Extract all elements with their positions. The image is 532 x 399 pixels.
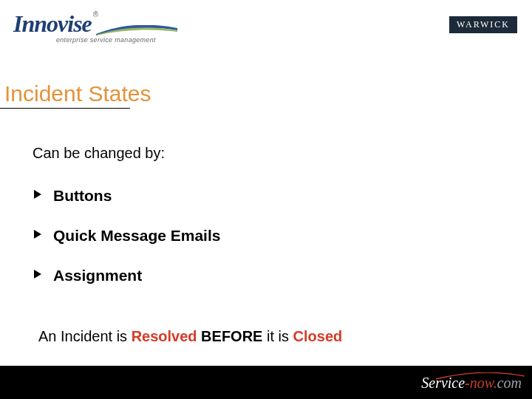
logo-part: Servi xyxy=(421,375,451,391)
servicenow-logo: Service-now.com xyxy=(421,375,522,392)
footline-before: BEFORE xyxy=(197,328,263,344)
body-content: Can be changed by: Buttons Quick Message… xyxy=(33,145,220,307)
title-row: Incident States xyxy=(0,81,532,109)
logo-part: c xyxy=(451,375,458,391)
list-item: Buttons xyxy=(53,187,220,205)
page-title: Incident States xyxy=(0,81,532,106)
slide: Innovise® enterprise service management … xyxy=(0,0,532,399)
logo-part: now xyxy=(470,375,494,391)
list-item: Assignment xyxy=(53,267,220,284)
footline-text: it is xyxy=(262,328,293,344)
footer-bar: Service-now.com xyxy=(0,366,532,399)
brand-text: Innovise xyxy=(13,10,92,37)
swoosh-icon xyxy=(96,25,177,35)
chevron-right-icon xyxy=(33,228,44,240)
logo-part: e xyxy=(458,375,465,391)
footline: An Incident is Resolved BEFORE it is Clo… xyxy=(38,328,342,345)
warwick-badge: WARWICK xyxy=(449,16,517,33)
bullet-label: Buttons xyxy=(53,187,112,204)
footline-closed: Closed xyxy=(293,328,343,344)
footline-text: An Incident is xyxy=(38,328,132,344)
header: Innovise® enterprise service management … xyxy=(0,0,532,58)
chevron-right-icon xyxy=(33,188,44,200)
logo-innovise: Innovise® enterprise service management xyxy=(13,10,156,44)
lead-text: Can be changed by: xyxy=(33,145,220,162)
chevron-right-icon xyxy=(33,268,44,280)
tagline-text: enterprise service management xyxy=(56,36,156,44)
registered-mark: ® xyxy=(93,10,98,18)
footline-resolved: Resolved xyxy=(132,328,197,344)
bullet-label: Assignment xyxy=(53,267,142,284)
title-underline xyxy=(0,108,130,109)
list-item: Quick Message Emails xyxy=(53,227,220,245)
bullet-label: Quick Message Emails xyxy=(53,227,220,244)
bullet-list: Buttons Quick Message Emails Assignment xyxy=(33,187,220,284)
logo-part: - xyxy=(465,375,470,391)
logo-part: com xyxy=(497,375,522,391)
